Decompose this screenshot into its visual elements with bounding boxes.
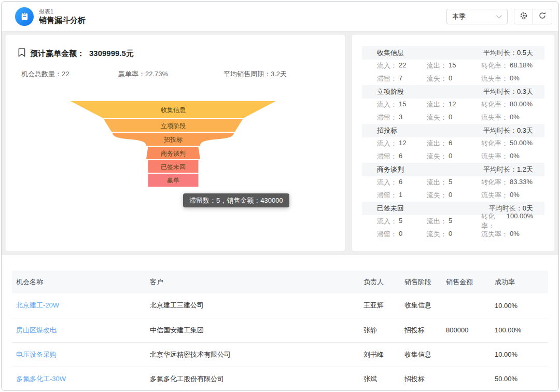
report-brand: 报表1 销售漏斗分析	[15, 7, 86, 26]
stage-metrics-row: 流入：5流出：5转化率：100.00%	[362, 215, 544, 228]
metric-value: 0%	[510, 152, 520, 161]
header-titles: 报表1 销售漏斗分析	[39, 8, 86, 25]
amount-cell	[442, 293, 491, 318]
opportunity-link[interactable]: 房山区煤改电	[12, 318, 146, 342]
stage-section: 立项阶段 平均时长：0.3天 流入：15流出：12转化率：80.00% 滞留：3…	[362, 85, 544, 124]
opportunity-link[interactable]: 北京建工-20W	[12, 293, 146, 318]
funnel-card: 预计赢单金额： 3309999.5元 机会总数量：22 赢单率：22.73% 平…	[6, 35, 345, 251]
stat-avg-sales-cycle: 平均销售周期：3.2天	[223, 69, 287, 79]
app-header: 报表1 销售漏斗分析 本季	[2, 2, 558, 32]
table-row: 房山区煤改电中信国安建工集团张静招投标800000100.00%	[12, 318, 548, 342]
stage-metric: 流失：0	[427, 230, 481, 239]
chevron-down-icon	[496, 12, 502, 20]
header-button-group	[514, 9, 552, 24]
stage-metric: 流出：5	[427, 178, 481, 187]
col-success-rate: 成功率	[491, 271, 548, 293]
metric-value: 0	[449, 113, 452, 122]
stage-section: 招投标 平均时长：0.3天 流入：12流出：6转化率：50.00% 滞留：6流失…	[362, 124, 544, 163]
avg-duration-value: 0天	[523, 204, 533, 212]
funnel-segment-label: 招投标	[163, 136, 183, 143]
stage-metric: 转化率：50.00%	[481, 139, 533, 148]
owner-cell: 张静	[359, 318, 400, 342]
expected-win-label: 预计赢单金额：	[30, 49, 85, 59]
opportunity-link[interactable]: 电压设备采购	[12, 342, 146, 367]
opportunity-link[interactable]: 多氟多化工-30W	[12, 367, 146, 391]
stage-metric: 滞留：1	[377, 191, 427, 200]
metric-label: 滞留：	[377, 152, 397, 161]
amount-cell	[442, 342, 491, 367]
avg-duration-value: 0.5天	[517, 49, 533, 57]
metric-value: 6	[399, 152, 402, 161]
metric-label: 流失率：	[481, 113, 508, 122]
metric-value: 22	[399, 61, 406, 71]
metric-value: 50.00%	[510, 139, 533, 148]
metric-value: 0%	[510, 74, 520, 83]
metric-value: 0	[399, 230, 402, 239]
metric-value: 0%	[510, 230, 520, 239]
metric-value: 0	[449, 152, 452, 161]
period-select-value: 本季	[452, 12, 466, 21]
bookmark-icon	[18, 48, 25, 59]
success-rate-cell: 10.00%	[491, 342, 548, 367]
metric-label: 流失率：	[481, 191, 508, 200]
metric-value: 5	[399, 217, 402, 226]
avg-duration-label: 平均时长：	[489, 204, 523, 212]
settings-button[interactable]	[514, 9, 533, 24]
expected-win-value: 3309999.5元	[89, 49, 134, 59]
stage-cell: 收集信息	[400, 293, 442, 318]
chart-tooltip: 滞留数：5，销售金额：430000	[183, 193, 289, 207]
metric-label: 滞留：	[377, 113, 397, 122]
metric-label: 流入：	[377, 100, 397, 109]
stage-metrics-row: 滞留：7流失：0流失率：0%	[362, 73, 544, 86]
table-row: 电压设备采购北京华远精密技术有限公司刘书峰收集信息10.00%	[12, 342, 548, 367]
stage-metric: 滞留：3	[377, 113, 427, 122]
stat-total-opportunities: 机会总数量：22	[21, 69, 118, 79]
header-actions: 本季	[446, 9, 552, 24]
metric-value: 5	[449, 217, 452, 226]
metric-value: 12	[449, 100, 456, 109]
stage-metric: 流失率：0%	[481, 152, 533, 161]
stage-metric: 流入：5	[377, 217, 427, 226]
stage-section-header: 招投标 平均时长：0.3天	[362, 124, 544, 137]
stage-title: 招投标	[377, 126, 397, 135]
customer-cell: 北京建工三建公司	[146, 293, 359, 318]
stage-metric: 流入：15	[377, 100, 427, 109]
table-row: 多氟多化工-30W多氟多化工股份有限公司张斌招投标50.00%	[12, 367, 548, 391]
stage-section-header: 收集信息 平均时长：0.5天	[362, 46, 544, 60]
stage-metrics-row: 滞留：0流失：0流失率：0%	[362, 228, 544, 241]
dashboard-window: 报表1 销售漏斗分析 本季	[1, 1, 559, 391]
stage-section-header: 立项阶段 平均时长：0.3天	[362, 85, 544, 99]
avg-duration: 平均时长：0.3天	[483, 87, 533, 96]
owner-cell: 刘书峰	[359, 342, 400, 367]
metric-value: 3	[399, 113, 402, 122]
stage-cell: 收集信息	[400, 342, 442, 367]
metric-label: 滞留：	[377, 230, 397, 239]
metric-label: 流失率：	[481, 230, 508, 239]
stage-metrics-row: 流入：12流出：6转化率：50.00%	[362, 137, 544, 150]
report-label: 报表1	[39, 8, 86, 15]
stage-metric: 滞留：7	[377, 74, 427, 83]
metric-value: 12	[399, 139, 406, 148]
owner-cell: 王亚辉	[359, 293, 400, 318]
metric-label: 滞留：	[377, 191, 397, 200]
stage-stats-panel: 收集信息 平均时长：0.5天 流入：22流出：15转化率：68.18% 滞留：7…	[352, 35, 554, 251]
metric-label: 流入：	[377, 178, 397, 187]
refresh-button[interactable]	[533, 9, 552, 24]
metric-label: 流出：	[427, 217, 447, 226]
col-sales-stage: 销售阶段	[400, 271, 442, 293]
metric-label: 流失：	[427, 74, 447, 83]
metric-value: 7	[399, 74, 402, 83]
metric-label: 流出：	[427, 139, 447, 148]
avg-duration-label: 平均时长：	[483, 165, 517, 173]
period-select[interactable]: 本季	[446, 9, 508, 24]
metric-value: 0	[449, 74, 452, 83]
metric-value: 15	[399, 100, 406, 109]
metric-value: 15	[449, 61, 456, 71]
col-sales-amount: 销售金额	[442, 271, 491, 293]
stage-title: 收集信息	[377, 48, 404, 58]
main-content: 预计赢单金额： 3309999.5元 机会总数量：22 赢单率：22.73% 平…	[2, 32, 558, 251]
stage-section: 收集信息 平均时长：0.5天 流入：22流出：15转化率：68.18% 滞留：7…	[362, 46, 544, 85]
stage-metric: 流失率：0%	[481, 74, 533, 83]
metric-label: 转化率：	[481, 212, 505, 231]
funnel-chart[interactable]: 收集信息立项阶段招投标商务谈判已签未回赢单	[64, 100, 292, 189]
